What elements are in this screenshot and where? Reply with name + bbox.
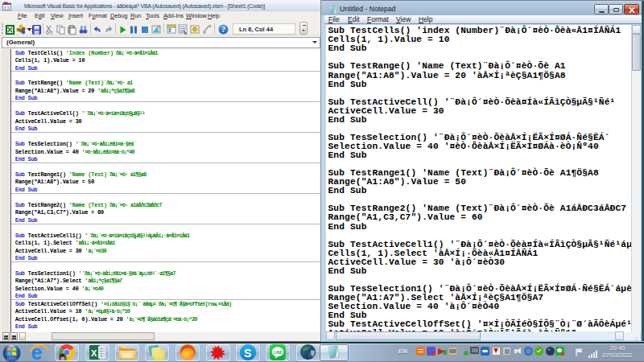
svg-text:LINE: LINE (274, 350, 283, 355)
svg-text:S: S (244, 347, 251, 360)
svg-text:?: ? (221, 25, 225, 34)
svg-text:X: X (91, 348, 97, 358)
